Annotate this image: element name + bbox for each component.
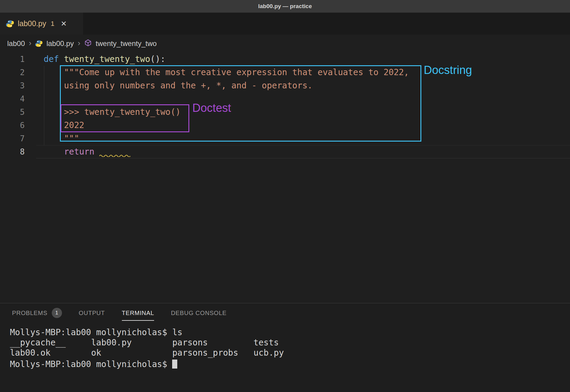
- line-number: 5: [0, 106, 25, 119]
- bottom-panel: PROBLEMS 1 OUTPUT TERMINAL DEBUG CONSOLE…: [0, 303, 570, 392]
- breadcrumb-file[interactable]: lab00.py: [46, 39, 74, 48]
- terminal[interactable]: Mollys-MBP:lab00 mollynicholas$ ls __pyc…: [0, 323, 570, 369]
- terminal-line: Mollys-MBP:lab00 mollynicholas$ ls: [10, 327, 570, 338]
- tab-lab00-py[interactable]: lab00.py 1 ✕: [0, 13, 83, 35]
- breadcrumb-symbol[interactable]: twenty_twenty_two: [96, 39, 157, 48]
- tab-problems[interactable]: PROBLEMS 1: [12, 303, 62, 323]
- panel-tab-label: TERMINAL: [122, 310, 154, 317]
- vscode-window: lab00.py — practice lab00.py 1 ✕ lab00 ›: [0, 0, 570, 392]
- tab-output[interactable]: OUTPUT: [79, 303, 105, 323]
- code-line[interactable]: 5 >>> twenty_twenty_two(): [0, 106, 570, 119]
- code-token: twenty_twenty_two: [64, 54, 150, 64]
- error-squiggle-icon: [99, 154, 130, 157]
- code-token: """Come up with the most creative expres…: [44, 67, 409, 77]
- code-line[interactable]: 2 """Come up with the most creative expr…: [0, 66, 570, 79]
- window-title: lab00.py — practice: [258, 3, 312, 10]
- line-number: 4: [0, 92, 25, 106]
- tab-terminal[interactable]: TERMINAL: [122, 303, 154, 323]
- tab-label: lab00.py: [18, 19, 46, 28]
- line-number: 2: [0, 66, 25, 79]
- code-line[interactable]: 1 def twenty_twenty_two():: [0, 53, 570, 66]
- python-file-icon: [35, 40, 42, 47]
- terminal-prompt: Mollys-MBP:lab00 mollynicholas$: [10, 359, 172, 369]
- line-number: 1: [0, 53, 25, 66]
- chevron-right-icon: ›: [29, 38, 32, 48]
- terminal-line: __pycache__ lab00.py parsons tests: [10, 338, 570, 348]
- code-line[interactable]: 6 2022: [0, 119, 570, 132]
- code-line[interactable]: 8 return: [0, 145, 570, 158]
- panel-tab-label: PROBLEMS: [12, 310, 48, 317]
- code-line[interactable]: 7 """: [0, 132, 570, 145]
- code-line[interactable]: 4: [0, 92, 570, 106]
- line-number: 6: [0, 119, 25, 132]
- problems-count-badge: 1: [52, 308, 62, 318]
- code-editor[interactable]: 1 def twenty_twenty_two(): 2 """Come up …: [0, 53, 570, 158]
- python-file-icon: [6, 20, 14, 28]
- panel-tab-bar: PROBLEMS 1 OUTPUT TERMINAL DEBUG CONSOLE: [0, 303, 570, 323]
- panel-tab-label: DEBUG CONSOLE: [171, 310, 227, 317]
- code-token: ():: [150, 54, 166, 64]
- symbol-cube-icon: [84, 39, 92, 48]
- code-token: using only numbers and the +, *, and - o…: [44, 81, 312, 90]
- code-line[interactable]: 3 using only numbers and the +, *, and -…: [0, 79, 570, 92]
- code-token: """: [44, 133, 79, 143]
- panel-tab-label: OUTPUT: [79, 310, 105, 317]
- terminal-cursor: [172, 360, 177, 369]
- breadcrumb: lab00 › lab00.py › twenty_twenty_two: [0, 35, 570, 53]
- close-icon[interactable]: ✕: [61, 20, 67, 28]
- line-number: 8: [0, 145, 25, 158]
- tab-debug-console[interactable]: DEBUG CONSOLE: [171, 303, 227, 323]
- breadcrumb-folder[interactable]: lab00: [7, 39, 25, 48]
- terminal-line: lab00.ok ok parsons_probs ucb.py: [10, 348, 570, 358]
- code-token: def: [44, 54, 64, 64]
- title-bar: lab00.py — practice: [0, 0, 570, 13]
- code-token: return: [44, 147, 99, 157]
- editor-tab-bar: lab00.py 1 ✕: [0, 13, 570, 35]
- code-token: 2022: [44, 120, 84, 130]
- terminal-prompt-line: Mollys-MBP:lab00 mollynicholas$: [10, 358, 570, 369]
- line-number: 7: [0, 132, 25, 145]
- tab-problems-count: 1: [51, 20, 54, 28]
- line-number: 3: [0, 79, 25, 92]
- code-token: >>> twenty_twenty_two(): [44, 107, 181, 117]
- chevron-right-icon: ›: [78, 38, 80, 48]
